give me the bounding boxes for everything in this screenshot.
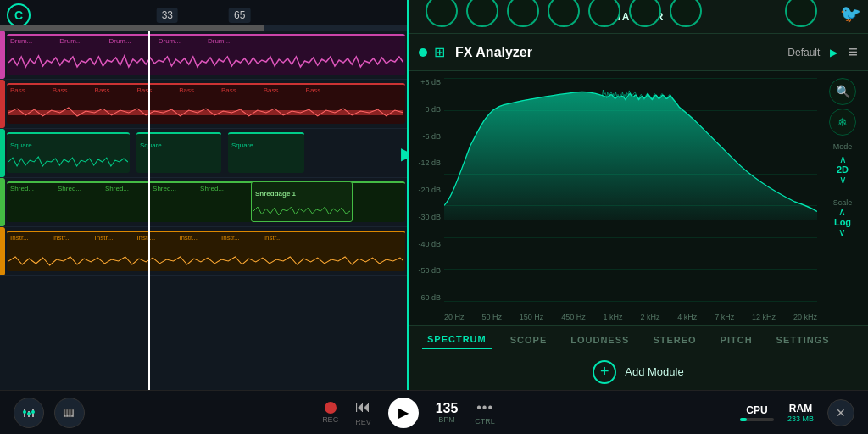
- sliders-icon: ⊞: [434, 44, 445, 60]
- deco-circle-partial: [785, 0, 817, 27]
- piano-button[interactable]: [54, 398, 85, 428]
- drum-clips: Drum... Drum... Drum... Drum... Drum...: [5, 31, 407, 79]
- add-module-button[interactable]: +: [593, 360, 616, 384]
- main-container: C 33 65 Drum...: [0, 0, 868, 390]
- svg-rect-11: [65, 409, 67, 415]
- shred-clips: Shred... Shred... Shred... Shred... Shre…: [5, 178, 407, 225]
- spectrum-canvas: [444, 71, 817, 309]
- rec-label: REC: [322, 415, 338, 424]
- cpu-label: CPU: [746, 404, 767, 416]
- bass-clips: Bass Bass Bass Bass Bass Bass Bass Bass.…: [5, 80, 407, 127]
- track-row-square: Square Square Square: [0, 129, 407, 178]
- mode-down-chevron[interactable]: ∨: [839, 175, 847, 185]
- rev-label: REV: [355, 418, 371, 426]
- position-marker: 33 65: [157, 8, 251, 23]
- spectrum-area: +6 dB 0 dB -6 dB -12 dB -20 dB -30 dB -4…: [409, 71, 868, 326]
- bpm-label: BPM: [438, 415, 455, 424]
- add-module-area: + Add Module: [409, 353, 868, 390]
- ram-section: RAM 233 MB: [787, 403, 814, 423]
- drum-waveform: [8, 53, 403, 72]
- freq-axis: 20 Hz 50 Hz 150 Hz 450 Hz 1 kHz 2 kHz 4 …: [409, 309, 868, 326]
- ram-value: 233 MB: [787, 415, 814, 423]
- spectrum-svg: [444, 71, 817, 220]
- deco-circle: [466, 0, 498, 27]
- square-clips: Square Square Square: [5, 129, 407, 176]
- ram-label: RAM: [789, 403, 812, 415]
- spectrum-main: +6 dB 0 dB -6 dB -12 dB -20 dB -30 dB -4…: [409, 71, 868, 309]
- bird-icon[interactable]: 🐦: [840, 3, 861, 24]
- deco-circle: [548, 0, 580, 27]
- cpu-bar-container: [740, 418, 774, 421]
- play-button[interactable]: ▶: [388, 398, 419, 428]
- scale-up-chevron[interactable]: ∧: [838, 207, 846, 217]
- logo[interactable]: C: [7, 3, 31, 27]
- scale-down-chevron[interactable]: ∨: [838, 227, 846, 237]
- right-panel: MASTER 🐦 ⊞ FX Analyzer Default ▶ ≡ +6 dB…: [407, 0, 868, 390]
- transport-controls: REC ⏮ REV ▶ 135 BPM ••• CTRL: [146, 398, 671, 428]
- fx-menu-icon[interactable]: ≡: [848, 42, 858, 62]
- rev-button[interactable]: ⏮: [355, 398, 370, 416]
- fx-preset: Default: [787, 47, 820, 58]
- fx-arrow-icon[interactable]: ▶: [830, 47, 837, 58]
- freeze-circle-btn[interactable]: ❄: [829, 108, 856, 136]
- svg-point-5: [27, 412, 31, 415]
- left-panel: C 33 65 Drum...: [0, 0, 407, 390]
- expand-arrow: ▶: [401, 143, 408, 164]
- track-row-instr: Instr... Instr... Instr... Instr... Inst…: [0, 227, 407, 276]
- deco-circle: [670, 0, 702, 27]
- fx-header: ⊞ FX Analyzer Default ▶ ≡: [409, 34, 868, 71]
- svg-rect-12: [68, 409, 70, 415]
- ctrl-label: CTRL: [475, 417, 495, 426]
- tracks-area: Drum... Drum... Drum... Drum... Drum...: [0, 31, 407, 390]
- tab-stereo[interactable]: STEREO: [648, 331, 701, 348]
- tab-pitch[interactable]: PITCH: [715, 331, 758, 348]
- cpu-bar: [740, 418, 747, 421]
- track-row-shred: Shred... Shred... Shred... Shred... Shre…: [0, 178, 407, 227]
- tab-loudness[interactable]: LOUDNESS: [565, 331, 634, 348]
- ctrl-dots[interactable]: •••: [476, 400, 493, 415]
- mode-up-chevron[interactable]: ∧: [839, 154, 847, 164]
- tab-bar: SPECTRUM SCOPE LOUDNESS STEREO PITCH SET…: [409, 326, 868, 353]
- tab-scope[interactable]: SCOPE: [505, 331, 553, 348]
- track-row-drum: Drum... Drum... Drum... Drum... Drum...: [0, 31, 407, 80]
- search-circle-btn[interactable]: 🔍: [829, 78, 856, 105]
- track-drum-inner: Drum... Drum... Drum... Drum... Drum...: [5, 31, 407, 79]
- track-row-bass: Bass Bass Bass Bass Bass Bass Bass Bass.…: [0, 80, 407, 129]
- svg-rect-13: [71, 409, 73, 415]
- fx-status-dot: [419, 48, 427, 57]
- position-start: 33: [157, 8, 178, 23]
- db-labels: +6 dB 0 dB -6 dB -12 dB -20 dB -30 dB -4…: [409, 71, 444, 309]
- spectrum-controls: 🔍 ❄ Mode ∧ 2D ∨ Scale ∧ Log ∨: [817, 71, 868, 309]
- add-module-label: Add Module: [625, 365, 683, 378]
- deco-circle: [588, 0, 620, 27]
- tab-settings[interactable]: SETTINGS: [771, 331, 835, 348]
- bpm-display: 135 BPM: [436, 402, 459, 424]
- deco-circle: [507, 0, 539, 27]
- master-header: MASTER 🐦: [409, 0, 868, 34]
- close-button[interactable]: ✕: [827, 399, 854, 426]
- cpu-section: CPU: [740, 404, 774, 421]
- svg-point-4: [23, 410, 26, 414]
- rec-control: REC: [322, 402, 338, 424]
- fx-title: FX Analyzer: [455, 45, 781, 60]
- svg-point-6: [31, 410, 35, 414]
- playhead: [148, 31, 150, 390]
- shreddage-clip: Shreddage 1: [251, 181, 353, 222]
- deco-circle: [426, 0, 458, 27]
- mixer-button[interactable]: [14, 398, 44, 428]
- bpm-value: 135: [436, 402, 459, 415]
- bottom-left-controls: [14, 398, 132, 428]
- instr-clips: Instr... Instr... Instr... Instr... Inst…: [5, 227, 407, 275]
- position-end: 65: [229, 8, 250, 23]
- deco-circle: [629, 0, 661, 27]
- ctrl-display: ••• CTRL: [475, 400, 495, 426]
- tab-spectrum[interactable]: SPECTRUM: [422, 331, 492, 349]
- bottom-right: CPU RAM 233 MB ✕: [685, 399, 854, 426]
- rec-button[interactable]: [325, 402, 337, 414]
- bottom-bar: REC ⏮ REV ▶ 135 BPM ••• CTRL CPU RAM: [0, 390, 868, 434]
- svg-rect-0: [8, 110, 403, 115]
- rev-control: ⏮ REV: [355, 398, 371, 426]
